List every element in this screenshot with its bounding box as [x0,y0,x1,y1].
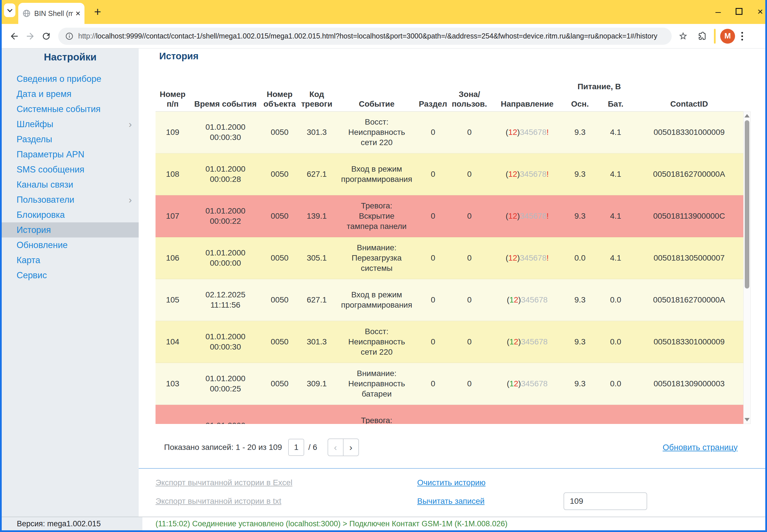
cell-section: 0 [418,379,448,389]
cell-contactid: 005018113900000C [635,211,743,221]
tab-search-button[interactable] [4,3,15,17]
cell-alarm-code: 301.3 [298,127,335,137]
cell-direction: (12)345678 [491,295,563,305]
sidebar-item-6[interactable]: Параметры APN [2,147,139,162]
bookmark-star-icon[interactable] [676,29,691,44]
new-tab-button[interactable]: + [91,5,104,19]
browser-tab[interactable]: BIN Shell (mega1.002.015) × [18,3,84,24]
sidebar-item-10[interactable]: Блокировка [2,207,139,222]
tab-close-button[interactable]: × [75,9,80,18]
cell-alarm-code: 301.3 [298,337,335,347]
sidebar-menu: Сведения о прибореДата и времяСистемные … [2,71,139,283]
col-header-section: Раздел [418,99,448,111]
col-header-contactid: ContactID [635,99,743,111]
cell-section: 0 [418,169,448,179]
export-excel-link[interactable]: Экспорт вычитанной истории в Excel [155,478,417,487]
sidebar-item-label: Сведения о приборе [17,74,101,84]
window-border-left [0,0,2,532]
cell-zone: 0 [448,295,491,305]
pages-total: / 6 [308,443,317,452]
cell-zone: 0 [448,127,491,137]
cell-event: Тревога: Вскрытие тампера панели [335,201,418,232]
col-header-direction: Направление [491,99,563,111]
url-bar[interactable]: http://localhost:9999//contact/contact-1… [58,28,672,45]
sidebar-item-3[interactable]: Системные события [2,101,139,117]
cell-event: Восст: Неисправность сети 220 [335,326,418,357]
cell-power-main: 9.3 [563,337,597,347]
sidebar-title: Настройки [2,50,139,64]
sidebar-item-9[interactable]: Пользователи› [2,192,139,207]
history-page: История Номер п/п Время события Номер об… [139,48,765,517]
sidebar-item-7[interactable]: SMS сообщения [2,162,139,177]
cell-alarm-code: 305.1 [298,253,335,263]
cell-power-main: 9.3 [563,379,597,389]
forward-button[interactable] [22,28,38,44]
close-button[interactable]: × [757,7,763,16]
prev-page-button[interactable]: ‹ [328,438,344,456]
table-row: 10502.12.2025 11:11:560050627.1Вход в ре… [155,279,743,321]
avatar[interactable]: M [720,29,735,44]
cell-time: 01.01.2000 [190,421,261,424]
export-txt-link[interactable]: Экспорт вычитанной истории в txt [155,497,417,506]
connection-status: (11:15:02) Соединение установлено (local… [142,517,767,530]
menu-kebab-icon[interactable] [741,32,743,40]
clear-history-link[interactable]: Очистить историю [417,478,563,487]
window-border-bottom [0,530,767,532]
info-icon[interactable] [65,32,74,40]
sidebar-item-2[interactable]: Дата и время [2,86,139,101]
table-row: 01.01.2000 Тревога: [155,405,743,424]
sidebar-item-13[interactable]: Карта [2,253,139,268]
page-input[interactable] [288,439,304,456]
sidebar-item-8[interactable]: Каналы связи [2,177,139,192]
cell-time: 01.01.2000 00:00:30 [190,332,261,352]
cell-power-bat: 0.0 [597,295,635,305]
cell-contactid: 005018162700000A [635,295,743,305]
cell-zone: 0 [448,337,491,347]
refresh-page-link[interactable]: Обновить страницу [663,443,738,452]
sidebar-item-label: Карта [17,255,40,265]
cell-contactid: 005018162700000A [635,169,743,179]
table-row: 10901.01.2000 00:00:300050301.3Восст: Не… [155,111,743,153]
page-title: История [159,51,199,62]
read-records-link[interactable]: Вычитать записей [417,497,563,506]
cell-time: 02.12.2025 11:11:56 [190,290,261,310]
maximize-button[interactable] [736,8,742,15]
tab-title: BIN Shell (mega1.002.015) [34,9,73,18]
cell-power-bat: 4.1 [597,211,635,221]
cell-direction: (12)345678! [491,253,563,263]
minimize-button[interactable]: – [715,7,721,16]
scroll-thumb[interactable] [745,120,749,289]
cell-num: 106 [155,253,190,263]
sidebar-item-5[interactable]: Разделы [2,132,139,147]
table-body-viewport: 10901.01.2000 00:00:300050301.3Восст: Не… [155,111,743,424]
sidebar-item-14[interactable]: Сервис [2,268,139,283]
cell-zone: 0 [448,169,491,179]
browser-tab-bar: BIN Shell (mega1.002.015) × + – × [0,0,767,24]
sidebar-item-11[interactable]: История [2,222,139,237]
table-scrollbar[interactable] [743,111,751,424]
sidebar-item-4[interactable]: Шлейфы› [2,117,139,132]
reload-button[interactable] [38,28,54,44]
cell-num: 103 [155,379,190,389]
sidebar-item-label: Параметры APN [17,149,84,159]
extensions-icon[interactable] [695,29,709,44]
cell-power-bat: 4.1 [597,253,635,263]
cell-num: 104 [155,337,190,347]
sidebar-item-label: Дата и время [17,89,71,99]
col-header-power-bat: Бат. [597,99,635,111]
back-button[interactable] [6,28,22,44]
globe-icon [22,9,31,18]
scroll-up-arrow-icon[interactable] [744,114,750,117]
cell-section: 0 [418,295,448,305]
sidebar-item-1[interactable]: Сведения о приборе [2,71,139,86]
cell-direction: (12)345678! [491,169,563,179]
cell-time: 01.01.2000 00:00:28 [190,164,261,184]
cell-event: Внимание: Перезагрузка системы [335,243,418,273]
cell-zone: 0 [448,379,491,389]
records-count-input[interactable] [563,492,647,510]
chevron-right-icon: › [129,117,132,132]
next-page-button[interactable]: › [343,438,359,456]
sidebar-item-12[interactable]: Обновление [2,237,139,253]
scroll-down-arrow-icon[interactable] [744,418,750,421]
cell-power-bat: 4.1 [597,127,635,137]
